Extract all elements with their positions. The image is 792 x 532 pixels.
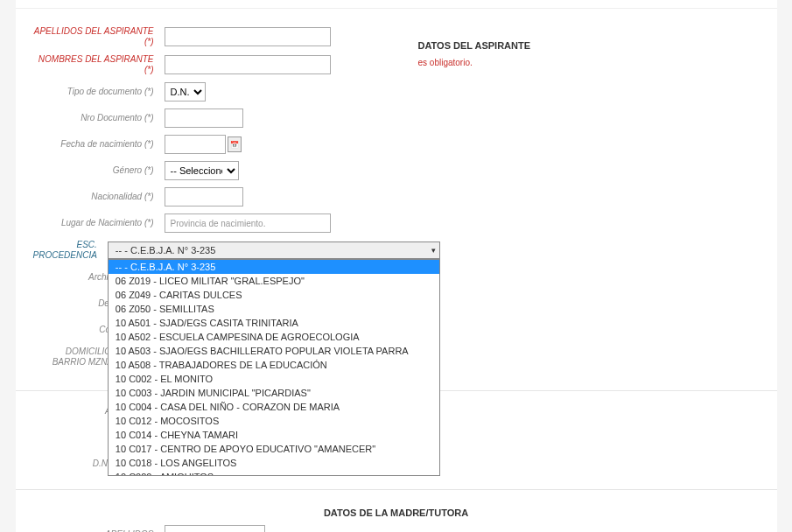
procedencia-option[interactable]: 10 C017 - CENTRO DE APOYO EDUCATIVO "AMA… [109, 442, 439, 456]
procedencia-option[interactable]: 06 Z049 - CARITAS DULCES [109, 288, 439, 302]
procedencia-option[interactable]: 06 Z019 - LICEO MILITAR "GRAL.ESPEJO" [109, 274, 439, 288]
procedencia-select[interactable]: -- - C.E.B.J.A. N° 3-235 ▾ [108, 242, 440, 259]
genero-select[interactable]: -- Seleccione -- [165, 161, 239, 180]
calendar-icon[interactable]: 📅 [228, 136, 242, 152]
procedencia-option[interactable]: 10 C002 - EL MONITO [109, 372, 439, 386]
error-message: es obligatorio. [366, 58, 777, 67]
procedencia-option[interactable]: 10 A508 - TRABAJADORES DE LA EDUCACIÓN [109, 358, 439, 372]
label-nacionalidad: Nacionalidad (*) [33, 192, 165, 202]
nro-doc-input[interactable] [165, 108, 243, 128]
chevron-down-icon: ▾ [431, 246, 436, 255]
nombres-aspirante-input[interactable] [165, 55, 331, 74]
procedencia-option[interactable]: 10 C020 - AMIGUITOS [109, 470, 439, 476]
procedencia-option[interactable]: 10 C012 - MOCOSITOS [109, 414, 439, 428]
procedencia-option[interactable]: 10 C004 - CASA DEL NIÑO - CORAZON DE MAR… [109, 400, 439, 414]
lugar-nac-input[interactable] [165, 214, 331, 233]
section1-title: DATOS DEL ASPIRANTE [366, 33, 777, 58]
tipo-doc-select[interactable]: D.N.I [165, 82, 206, 102]
procedencia-option[interactable]: 10 C003 - JARDIN MUNICIPAL "PICARDIAS" [109, 386, 439, 400]
procedencia-dropdown[interactable]: -- - C.E.B.J.A. N° 3-23506 Z019 - LICEO … [108, 259, 440, 476]
apellidos3-input[interactable] [165, 525, 265, 532]
label-tipo-doc: Tipo de documento (*) [33, 87, 165, 97]
fecha-nac-input[interactable] [165, 135, 226, 154]
label-nro-doc: Nro Documento (*) [33, 113, 165, 123]
top-bar [16, 0, 777, 9]
section3-title: DATOS DE LA MADRE/TUTORA [16, 500, 777, 525]
apellidos-aspirante-input[interactable] [165, 27, 331, 46]
label-apellidos-aspirante: APELLIDOS DEL ASPIRANTE (*) [33, 26, 165, 47]
label-genero: Género (*) [33, 165, 165, 176]
procedencia-option[interactable]: 10 A502 - ESCUELA CAMPESINA DE AGROECOLO… [109, 330, 439, 344]
nacionalidad-input[interactable] [165, 187, 243, 206]
procedencia-selected-text: -- - C.E.B.J.A. N° 3-235 [116, 245, 215, 256]
label-lugar-nac: Lugar de Nacimiento (*) [33, 218, 165, 228]
procedencia-option[interactable]: 06 Z050 - SEMILLITAS [109, 302, 439, 316]
label-nombres-aspirante: NOMBRES DEL ASPIRANTE (*) [33, 54, 165, 75]
label-fecha-nac: Fecha de nacimiento (*) [33, 139, 165, 150]
procedencia-option[interactable]: 10 A501 - SJAD/EGS CASITA TRINITARIA [109, 316, 439, 330]
label-procedencia: ESC. PROCEDENCIA [33, 240, 108, 261]
procedencia-option[interactable]: 10 A503 - SJAO/EGS BACHILLERATO POPULAR … [109, 344, 439, 358]
procedencia-option[interactable]: -- - C.E.B.J.A. N° 3-235 [109, 260, 439, 274]
procedencia-option[interactable]: 10 C018 - LOS ANGELITOS [109, 456, 439, 470]
procedencia-option[interactable]: 10 C014 - CHEYNA TAMARI [109, 428, 439, 442]
